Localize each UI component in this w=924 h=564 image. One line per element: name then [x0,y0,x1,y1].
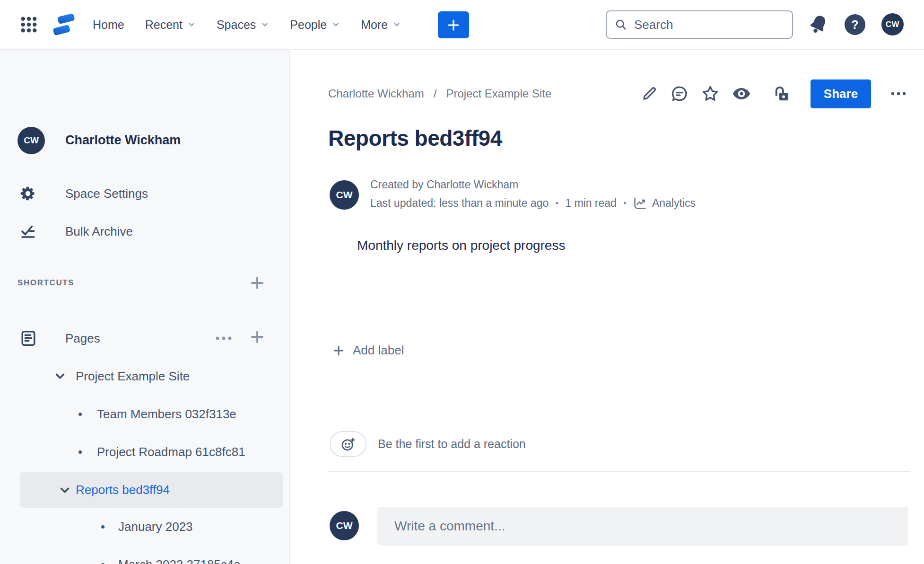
share-label: Share [824,87,858,101]
chevron-down-icon [261,20,269,29]
breadcrumb: Charlotte Wickham / Project Example Site [328,84,551,103]
help-icon[interactable]: ? [845,14,865,35]
confluence-logo-icon[interactable] [50,11,78,38]
unlock-restrictions-icon[interactable] [772,85,790,103]
chevron-down-icon [392,20,401,29]
last-updated-text[interactable]: Last updated: less than a minute ago [370,197,549,210]
author-avatar[interactable]: CW [330,180,359,210]
plus-icon [331,344,346,358]
add-label-text: Add label [353,343,404,358]
sidebar-item-space-settings[interactable]: Space Settings [0,179,289,208]
star-favorite-icon[interactable] [701,85,719,103]
nav-home-label: Home [93,18,124,32]
search-input[interactable] [634,18,793,32]
breadcrumb-link[interactable]: Project Example Site [446,87,551,100]
more-actions-icon[interactable] [889,88,910,99]
page-tree-item-root[interactable]: Project Example Site [0,360,289,393]
nav-people[interactable]: People [290,18,340,32]
question-mark-glyph: ? [851,18,858,32]
page-tree-label: Project Roadmap 61c8fc81 [97,445,245,459]
primary-nav: Home Recent Spaces People More [93,18,401,32]
space-sidebar: CW Charlotte Wickham Space Settings Bulk… [0,50,290,564]
page-tree-item-selected[interactable]: Reports bed3ff94 [20,472,283,508]
avatar-initials: CW [886,20,899,29]
page-document-icon [20,330,37,347]
comment-input-box[interactable] [377,507,908,546]
sidebar-item-bulk-archive[interactable]: Bulk Archive [0,217,289,246]
page-tree-label: Team Members 032f313e [97,407,236,422]
avatar-initials: CW [336,189,353,201]
page-tree-item[interactable]: • Project Roadmap 61c8fc81 [0,435,289,468]
top-navigation-bar: Home Recent Spaces People More [0,0,924,50]
nav-home[interactable]: Home [93,18,124,32]
nav-people-label: People [290,18,327,32]
bullet-icon: • [101,557,105,564]
watch-eye-icon[interactable] [732,84,751,103]
breadcrumb-link[interactable]: Charlotte Wickham [328,87,424,100]
space-name[interactable]: Charlotte Wickham [65,133,181,148]
plus-icon [446,18,461,32]
reaction-prompt-text: Be the first to add a reaction [378,437,526,451]
share-button[interactable]: Share [811,79,871,108]
bullet-icon: • [78,407,82,422]
nav-recent-label: Recent [145,18,183,32]
comment-bubble-icon[interactable] [671,85,689,103]
shortcuts-heading: SHORTCUTS [17,278,74,288]
analytics-chart-icon [633,196,647,210]
sidebar-item-label: Bulk Archive [65,224,133,239]
search-icon [614,18,628,31]
edit-pencil-icon[interactable] [641,85,658,102]
notifications-bell-icon[interactable] [808,13,829,35]
nav-spaces[interactable]: Spaces [217,18,269,32]
search-bar[interactable] [606,10,793,39]
page-tree-item[interactable]: • January 2023 [0,510,289,543]
space-avatar[interactable]: CW [17,127,45,154]
page-title: Reports bed3ff94 [328,125,502,151]
page-actions-toolbar: Share [641,78,910,109]
commenter-avatar: CW [330,511,359,540]
chevron-down-icon [187,20,196,29]
pages-label: Pages [65,331,100,346]
breadcrumb-separator: / [434,87,437,100]
add-reaction-button[interactable] [330,431,366,457]
avatar-initials: CW [24,135,39,146]
read-time-text: 1 min read [565,197,617,210]
dot-separator: • [623,198,627,209]
create-button[interactable] [438,11,469,38]
page-tree-label-selected: Reports bed3ff94 [76,483,170,497]
page-tree-label: March 2023 37185c4a [118,557,241,564]
nav-more[interactable]: More [361,18,401,32]
page-tree-label: Project Example Site [76,369,190,384]
reactions-row: Be the first to add a reaction [330,431,526,457]
gear-icon [20,185,36,202]
created-by-text: Created by Charlotte Wickham [370,178,696,191]
bullet-icon: • [78,445,82,459]
nav-recent[interactable]: Recent [145,18,196,32]
page-content: Charlotte Wickham / Project Example Site [290,50,924,564]
chevron-down-icon [53,369,67,383]
byline: Created by Charlotte Wickham Last update… [370,178,696,210]
avatar-initials: CW [336,520,353,531]
bullet-icon: • [101,520,105,534]
add-label-button[interactable]: Add label [331,343,404,358]
chevron-down-icon [331,20,340,29]
comment-input[interactable] [377,519,908,534]
add-page-icon[interactable] [248,328,266,346]
nav-spaces-label: Spaces [217,18,256,32]
user-avatar[interactable]: CW [881,13,904,35]
dot-separator: • [555,198,558,209]
analytics-link[interactable]: Analytics [633,196,696,210]
bulk-archive-icon [20,223,36,239]
smiley-plus-icon [340,437,356,452]
page-tree-item[interactable]: • Team Members 032f313e [0,397,289,431]
nav-more-label: More [361,18,388,32]
app-switcher-icon[interactable] [19,15,39,35]
add-shortcut-icon[interactable] [248,274,266,292]
page-tree-label: January 2023 [118,520,193,534]
page-tree-item[interactable]: • March 2023 37185c4a [0,548,289,564]
sidebar-section-pages[interactable]: Pages [0,324,289,353]
page-body-text: Monthly reports on project progress [357,238,565,253]
comments-divider [328,471,910,472]
pages-more-actions-icon[interactable] [214,333,236,344]
analytics-label: Analytics [652,197,696,210]
